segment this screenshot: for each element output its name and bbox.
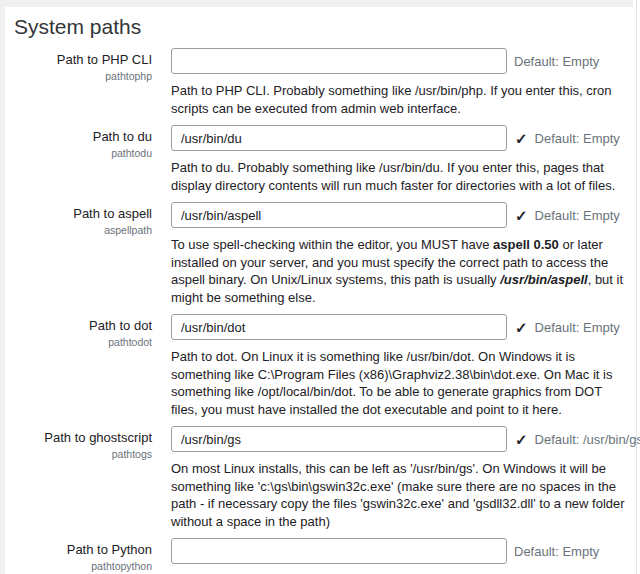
setting-label-column: Path to dot pathtodot bbox=[14, 314, 171, 418]
pathtodot-input[interactable] bbox=[171, 314, 507, 340]
setting-row-pathtogs: Path to ghostscript pathtogs ✓ Default: … bbox=[14, 426, 636, 530]
setting-row-pathtophp: Path to PHP CLI pathtophp ✓ Default: Emp… bbox=[14, 48, 636, 117]
setting-label-column: Path to ghostscript pathtogs bbox=[14, 426, 171, 530]
setting-shortname: aspellpath bbox=[14, 223, 152, 237]
setting-shortname: pathtodot bbox=[14, 335, 152, 349]
setting-label: Path to dot bbox=[14, 318, 152, 334]
setting-input-column: ✓ Default: Empty Path to du. Probably so… bbox=[171, 125, 636, 194]
description-segment: aspell 0.50 bbox=[493, 237, 559, 252]
system-paths-settings-page: System paths Path to PHP CLI pathtophp ✓… bbox=[5, 7, 636, 574]
aspellpath-input[interactable] bbox=[171, 202, 507, 228]
setting-description: On most Linux installs, this can be left… bbox=[171, 460, 628, 530]
setting-label: Path to PHP CLI bbox=[14, 52, 152, 68]
default-value-label: Default: /usr/bin/gs bbox=[535, 432, 640, 447]
setting-label: Path to aspell bbox=[14, 206, 152, 222]
setting-input-column: ✓ Default: Empty To use spell-checking w… bbox=[171, 202, 636, 306]
default-value-label: Default: Empty bbox=[514, 54, 599, 69]
setting-shortname: pathtogs bbox=[14, 447, 152, 461]
description-segment: Path to du. Probably something like /usr… bbox=[171, 160, 615, 193]
page-edge-top bbox=[0, 0, 633, 7]
description-segment: On most Linux installs, this can be left… bbox=[171, 461, 625, 529]
default-value-label: Default: Empty bbox=[535, 320, 620, 335]
setting-label: Path to ghostscript bbox=[14, 430, 152, 446]
setting-input-line: ✓ Default: Empty bbox=[171, 314, 636, 340]
setting-description: Path to PHP CLI. Probably something like… bbox=[171, 82, 628, 117]
pathtophp-input[interactable] bbox=[171, 48, 507, 74]
default-value-label: Default: Empty bbox=[535, 208, 620, 223]
description-segment: Path to dot. On Linux it is something li… bbox=[171, 349, 612, 417]
setting-row-pathtopython: Path to Python pathtopython ✓ Default: E… bbox=[14, 538, 636, 574]
setting-label: Path to du bbox=[14, 129, 152, 145]
setting-shortname: pathtodu bbox=[14, 146, 152, 160]
pathtogs-input[interactable] bbox=[171, 426, 507, 452]
setting-label-column: Path to du pathtodu bbox=[14, 125, 171, 194]
setting-input-line: ✓ Default: Empty bbox=[171, 48, 636, 74]
description-segment: /usr/bin/aspell bbox=[500, 272, 587, 287]
setting-input-column: ✓ Default: Empty Path to your executable… bbox=[171, 538, 636, 574]
setting-input-column: ✓ Default: /usr/bin/gs On most Linux ins… bbox=[171, 426, 640, 530]
pathtopython-input[interactable] bbox=[171, 538, 507, 564]
description-segment: To use spell-checking within the editor,… bbox=[171, 237, 493, 252]
setting-label-column: Path to PHP CLI pathtophp bbox=[14, 48, 171, 117]
check-icon: ✓ bbox=[515, 131, 528, 146]
default-value-label: Default: Empty bbox=[514, 544, 599, 559]
setting-input-line: ✓ Default: Empty bbox=[171, 538, 636, 564]
setting-label-column: Path to Python pathtopython bbox=[14, 538, 171, 574]
setting-row-aspellpath: Path to aspell aspellpath ✓ Default: Emp… bbox=[14, 202, 636, 306]
setting-row-pathtodu: Path to du pathtodu ✓ Default: Empty Pat… bbox=[14, 125, 636, 194]
setting-description: Path to du. Probably something like /usr… bbox=[171, 159, 628, 194]
setting-description: Path to dot. On Linux it is something li… bbox=[171, 348, 628, 418]
setting-label-column: Path to aspell aspellpath bbox=[14, 202, 171, 306]
default-value-label: Default: Empty bbox=[535, 131, 620, 146]
description-segment: Path to PHP CLI. Probably something like… bbox=[171, 83, 612, 116]
settings-rows: Path to PHP CLI pathtophp ✓ Default: Emp… bbox=[14, 48, 636, 574]
setting-row-pathtodot: Path to dot pathtodot ✓ Default: Empty P… bbox=[14, 314, 636, 418]
setting-input-line: ✓ Default: /usr/bin/gs bbox=[171, 426, 640, 452]
setting-input-column: ✓ Default: Empty Path to dot. On Linux i… bbox=[171, 314, 636, 418]
check-icon: ✓ bbox=[515, 320, 528, 335]
check-icon: ✓ bbox=[515, 208, 528, 223]
setting-input-line: ✓ Default: Empty bbox=[171, 125, 636, 151]
setting-label: Path to Python bbox=[14, 542, 152, 558]
check-icon: ✓ bbox=[515, 432, 528, 447]
setting-input-column: ✓ Default: Empty Path to PHP CLI. Probab… bbox=[171, 48, 636, 117]
setting-shortname: pathtophp bbox=[14, 69, 152, 83]
page-title: System paths bbox=[14, 14, 636, 40]
pathtodu-input[interactable] bbox=[171, 125, 507, 151]
setting-description: To use spell-checking within the editor,… bbox=[171, 236, 628, 306]
setting-input-line: ✓ Default: Empty bbox=[171, 202, 636, 228]
setting-shortname: pathtopython bbox=[14, 559, 152, 573]
